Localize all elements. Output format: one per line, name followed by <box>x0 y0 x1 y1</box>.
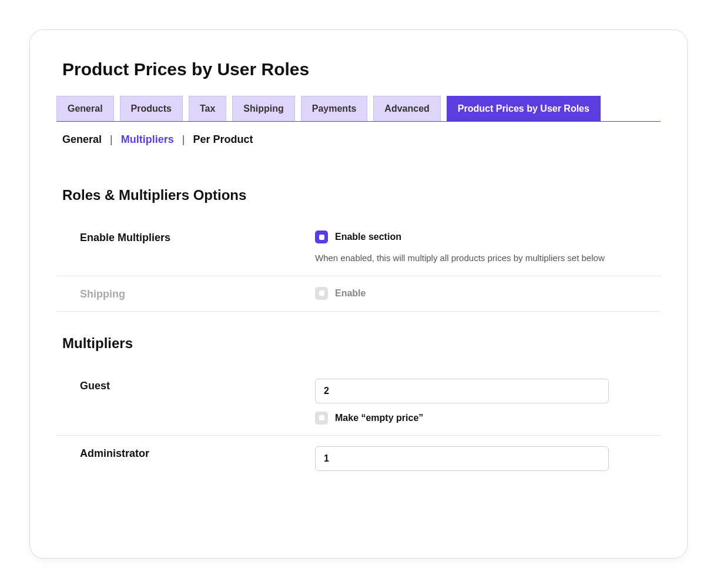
checkbox-line-shipping: Enable <box>315 287 661 300</box>
option-label-guest: Guest <box>56 379 315 392</box>
checkbox-label-shipping-enable: Enable <box>335 288 366 299</box>
option-label-shipping: Shipping <box>56 287 315 300</box>
primary-tabs: General Products Tax Shipping Payments A… <box>56 96 661 122</box>
option-label-administrator: Administrator <box>56 446 315 460</box>
tab-shipping[interactable]: Shipping <box>232 96 294 121</box>
section-heading-roles-multipliers: Roles & Multipliers Options <box>56 187 661 203</box>
subtab-multipliers[interactable]: Multipliers <box>121 133 174 146</box>
option-row-guest: Guest Make “empty price” <box>56 368 661 436</box>
tab-product-prices-by-user-roles[interactable]: Product Prices by User Roles <box>447 96 601 121</box>
option-control: Enable section When enabled, this will m… <box>315 230 661 265</box>
option-control: Enable <box>315 287 661 300</box>
subtab-per-product[interactable]: Per Product <box>193 133 253 146</box>
help-text-enable-multipliers: When enabled, this will multiply all pro… <box>315 252 661 265</box>
tab-tax[interactable]: Tax <box>189 96 226 121</box>
tab-payments[interactable]: Payments <box>301 96 368 121</box>
tab-advanced[interactable]: Advanced <box>373 96 440 121</box>
checkbox-line-guest-empty-price: Make “empty price” <box>315 412 661 425</box>
checkbox-label-enable-section: Enable section <box>335 232 401 242</box>
checkbox-enable-section[interactable] <box>315 230 328 243</box>
option-control <box>315 446 661 471</box>
tab-products[interactable]: Products <box>120 96 183 121</box>
checkbox-line-enable-section: Enable section <box>315 230 661 243</box>
settings-panel: Product Prices by User Roles General Pro… <box>29 29 688 559</box>
checkbox-label-guest-empty-price: Make “empty price” <box>335 413 423 423</box>
page-title: Product Prices by User Roles <box>56 59 661 79</box>
option-row-enable-multipliers: Enable Multipliers Enable section When e… <box>56 220 661 276</box>
option-control: Make “empty price” <box>315 379 661 425</box>
subtab-divider: | <box>110 133 113 146</box>
input-administrator-multiplier[interactable] <box>315 446 609 471</box>
subtab-general[interactable]: General <box>62 133 102 146</box>
tab-general[interactable]: General <box>56 96 114 121</box>
option-label-enable-multipliers: Enable Multipliers <box>56 230 315 244</box>
secondary-tabs: General | Multipliers | Per Product <box>56 133 661 146</box>
section-heading-multipliers: Multipliers <box>56 335 661 352</box>
subtab-divider: | <box>182 133 185 146</box>
checkbox-guest-empty-price[interactable] <box>315 412 328 425</box>
input-guest-multiplier[interactable] <box>315 379 609 403</box>
option-row-shipping: Shipping Enable <box>56 276 661 312</box>
option-row-administrator: Administrator <box>56 436 661 482</box>
checkbox-shipping-enable[interactable] <box>315 287 328 300</box>
